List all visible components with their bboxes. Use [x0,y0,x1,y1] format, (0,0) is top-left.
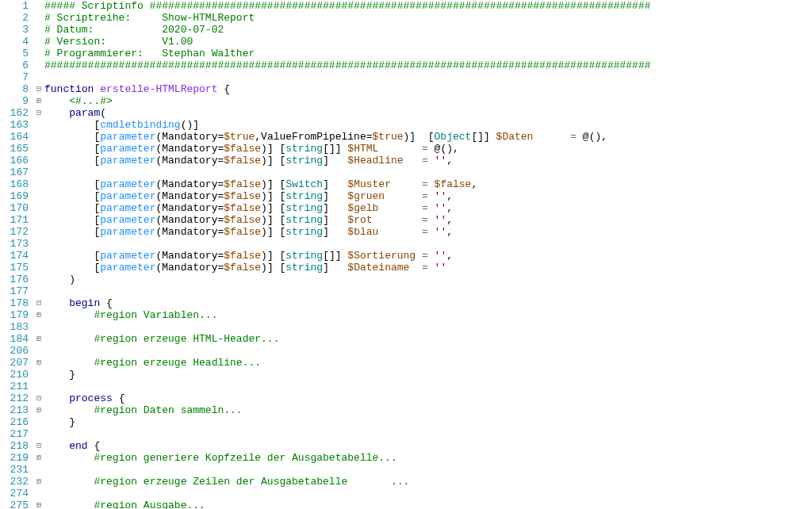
code-line[interactable]: 9⊞ <#...#> [0,95,812,107]
code-line[interactable]: 6#######################################… [0,59,812,71]
code-text[interactable] [44,238,812,250]
code-line[interactable]: 213⊞ #region Daten sammeln... [0,404,812,416]
code-line[interactable]: 219⊞ #region generiere Kopfzeile der Aus… [0,452,812,464]
code-text[interactable]: #region Variablen... [44,309,812,321]
code-text[interactable]: #region erzeuge HTML-Header... [44,333,812,345]
code-text[interactable] [44,464,812,476]
code-text[interactable]: #region Ausgabe... [44,499,812,509]
code-line[interactable]: 212⊟ process { [0,392,812,404]
code-text[interactable]: [parameter(Mandatory=$false)] [string] $… [44,226,812,238]
code-line[interactable]: 206 [0,345,812,357]
code-text[interactable]: [parameter(Mandatory=$false)] [string] $… [44,214,812,226]
code-text[interactable] [44,381,812,392]
code-line[interactable]: 211 [0,381,812,392]
code-line[interactable]: 184⊞ #region erzeuge HTML-Header... [0,333,812,345]
code-line[interactable]: 183 [0,321,812,333]
code-text[interactable] [44,488,812,499]
fold-collapsed-icon[interactable]: ⊞ [33,404,44,416]
fold-expanded-icon[interactable]: ⊟ [33,83,44,95]
code-text[interactable]: ########################################… [44,59,812,71]
code-text[interactable] [44,321,812,333]
code-text[interactable]: ##### Scriptinfo #######################… [44,0,812,12]
code-text[interactable]: #region Daten sammeln... [44,404,812,416]
fold-collapsed-icon[interactable]: ⊞ [33,95,44,107]
fold-expanded-icon[interactable]: ⊟ [33,297,44,309]
code-line[interactable]: 5# Programmierer: Stephan Walther [0,48,812,59]
code-editor[interactable]: 1##### Scriptinfo ######################… [0,0,812,509]
code-line[interactable]: 167 [0,166,812,178]
code-text[interactable]: # Scriptreihe: Show-HTMLReport [44,12,812,24]
code-text[interactable]: #region generiere Kopfzeile der Ausgabet… [44,452,812,464]
code-line[interactable]: 216 } [0,416,812,428]
code-text[interactable]: [parameter(Mandatory=$false)] [string[]]… [44,143,812,155]
code-line[interactable]: 232⊞ #region erzeuge Zeilen der Ausgabet… [0,476,812,488]
code-line[interactable]: 207⊞ #region erzeuge Headline... [0,357,812,369]
code-line[interactable]: 171 [parameter(Mandatory=$false)] [strin… [0,214,812,226]
fold-collapsed-icon[interactable]: ⊞ [33,309,44,321]
code-line[interactable]: 172 [parameter(Mandatory=$false)] [strin… [0,226,812,238]
code-text[interactable]: # Datum: 2020-07-02 [44,24,812,36]
code-line[interactable]: 174 [parameter(Mandatory=$false)] [strin… [0,250,812,262]
code-line[interactable]: 210 } [0,369,812,381]
code-text[interactable]: # Version: V1.00 [44,36,812,48]
code-text[interactable]: #region erzeuge Headline... [44,357,812,369]
code-text[interactable]: [parameter(Mandatory=$false)] [string[]]… [44,250,812,262]
code-text[interactable] [44,345,812,357]
code-line[interactable]: 7 [0,71,812,83]
code-text[interactable]: [cmdletbinding()] [44,119,812,131]
code-line[interactable]: 179⊞ #region Variablen... [0,309,812,321]
code-line[interactable]: 4# Version: V1.00 [0,36,812,48]
code-line[interactable]: 162⊟ param( [0,107,812,119]
code-line[interactable]: 169 [parameter(Mandatory=$false)] [strin… [0,190,812,202]
code-text[interactable]: [parameter(Mandatory=$false)] [string] $… [44,155,812,166]
code-line[interactable]: 177 [0,285,812,297]
code-line[interactable]: 178⊟ begin { [0,297,812,309]
code-text[interactable]: [parameter(Mandatory=$false)] [Switch] $… [44,178,812,190]
code-text[interactable]: #region erzeuge Zeilen der Ausgabetabell… [44,476,812,488]
code-line[interactable]: 217 [0,428,812,440]
code-text[interactable]: [parameter(Mandatory=$false)] [string] $… [44,190,812,202]
code-line[interactable]: 164 [parameter(Mandatory=$true,ValueFrom… [0,131,812,143]
code-line[interactable]: 176 ) [0,274,812,285]
code-line[interactable]: 274 [0,488,812,499]
code-text[interactable]: <#...#> [44,95,812,107]
code-line[interactable]: 8⊟function erstelle-HTMLReport { [0,83,812,95]
code-text[interactable]: function erstelle-HTMLReport { [44,83,812,95]
code-text[interactable]: param( [44,107,812,119]
code-text[interactable]: ) [44,274,812,285]
code-line[interactable]: 168 [parameter(Mandatory=$false)] [Switc… [0,178,812,190]
code-line[interactable]: 1##### Scriptinfo ######################… [0,0,812,12]
code-text[interactable] [44,71,812,83]
code-line[interactable]: 275⊞ #region Ausgabe... [0,499,812,509]
code-text[interactable] [44,166,812,178]
code-line[interactable]: 175 [parameter(Mandatory=$false)] [strin… [0,262,812,274]
code-text[interactable]: begin { [44,297,812,309]
code-text[interactable]: process { [44,392,812,404]
code-text[interactable]: } [44,369,812,381]
code-text[interactable]: end { [44,440,812,452]
fold-collapsed-icon[interactable]: ⊞ [33,452,44,464]
code-line[interactable]: 2# Scriptreihe: Show-HTMLReport [0,12,812,24]
code-text[interactable] [44,285,812,297]
code-line[interactable]: 173 [0,238,812,250]
fold-collapsed-icon[interactable]: ⊞ [33,333,44,345]
fold-collapsed-icon[interactable]: ⊞ [33,499,44,509]
fold-collapsed-icon[interactable]: ⊞ [33,476,44,488]
fold-expanded-icon[interactable]: ⊟ [33,107,44,119]
code-line[interactable]: 166 [parameter(Mandatory=$false)] [strin… [0,155,812,166]
fold-expanded-icon[interactable]: ⊟ [33,440,44,452]
code-text[interactable]: [parameter(Mandatory=$false)] [string] $… [44,202,812,214]
code-text[interactable]: # Programmierer: Stephan Walther [44,48,812,59]
fold-expanded-icon[interactable]: ⊟ [33,392,44,404]
code-line[interactable]: 3# Datum: 2020-07-02 [0,24,812,36]
code-line[interactable]: 170 [parameter(Mandatory=$false)] [strin… [0,202,812,214]
code-line[interactable]: 231 [0,464,812,476]
code-text[interactable] [44,428,812,440]
fold-collapsed-icon[interactable]: ⊞ [33,357,44,369]
code-text[interactable]: } [44,416,812,428]
code-line[interactable]: 218⊟ end { [0,440,812,452]
code-text[interactable]: [parameter(Mandatory=$false)] [string] $… [44,262,812,274]
code-line[interactable]: 165 [parameter(Mandatory=$false)] [strin… [0,143,812,155]
code-line[interactable]: 163 [cmdletbinding()] [0,119,812,131]
code-text[interactable]: [parameter(Mandatory=$true,ValueFromPipe… [44,131,812,143]
